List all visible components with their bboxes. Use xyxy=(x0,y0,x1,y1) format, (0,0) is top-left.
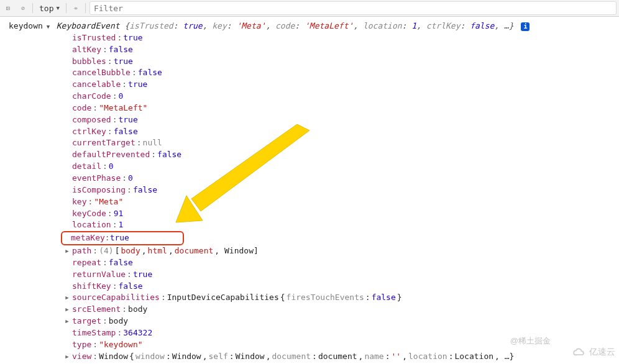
class-name: KeyboardEvent xyxy=(57,21,120,30)
property-row[interactable]: ▶sourceCapabilities: InputDeviceCapabili… xyxy=(63,292,619,304)
property-row[interactable]: altKey: false xyxy=(63,44,619,56)
property-row[interactable]: defaultPrevented: false xyxy=(63,149,619,161)
property-row[interactable]: eventPhase: 0 xyxy=(63,173,619,184)
object-tree: isTrusted: truealtKey: falsebubbles: tru… xyxy=(0,32,619,364)
clear-console-button[interactable] xyxy=(17,2,29,14)
filter-input[interactable] xyxy=(89,1,617,15)
live-expression-button[interactable] xyxy=(70,2,81,14)
watermark-yisu: 亿速云 xyxy=(572,345,615,359)
expand-caret[interactable]: ▶ xyxy=(63,353,71,361)
console-output: keydown KeyboardEvent {isTrusted: true, … xyxy=(0,17,619,364)
property-row[interactable]: shiftKey: false xyxy=(63,281,619,293)
property-row[interactable]: repeat: false xyxy=(63,257,619,269)
context-picker[interactable]: top ▼ xyxy=(37,4,62,13)
object-summary: KeyboardEvent {isTrusted: true, key: 'Me… xyxy=(57,20,530,32)
property-row[interactable]: isTrusted: true xyxy=(63,32,619,44)
object-expander[interactable] xyxy=(47,20,53,32)
clear-icon xyxy=(21,4,25,12)
property-row[interactable]: cancelable: true xyxy=(63,79,619,91)
property-row[interactable]: currentTarget: null xyxy=(63,137,619,149)
svg-line-4 xyxy=(22,7,24,9)
log-row[interactable]: keydown KeyboardEvent {isTrusted: true, … xyxy=(0,19,619,32)
panel-icon xyxy=(6,4,10,12)
property-row[interactable]: detail: 0 xyxy=(63,161,619,173)
expand-caret[interactable]: ▶ xyxy=(63,247,71,255)
watermark-xitu: @稀土掘金 xyxy=(510,335,551,347)
highlight-box: metaKey: true xyxy=(61,231,184,245)
info-icon[interactable]: i xyxy=(521,22,530,31)
expand-caret[interactable]: ▶ xyxy=(63,317,71,325)
toggle-sidebar-button[interactable] xyxy=(2,2,14,14)
eye-icon xyxy=(74,4,78,12)
property-row[interactable]: keyCode: 91 xyxy=(63,208,619,220)
property-row[interactable]: isComposing: false xyxy=(63,184,619,196)
property-row[interactable]: composed: true xyxy=(63,114,619,126)
cloud-icon xyxy=(572,345,585,359)
expand-caret[interactable]: ▶ xyxy=(63,306,71,314)
svg-marker-2 xyxy=(8,7,9,9)
property-row[interactable]: charCode: 0 xyxy=(63,91,619,102)
property-row[interactable]: ▶target: body xyxy=(63,316,619,327)
separator xyxy=(85,3,86,13)
property-row[interactable]: location: 1 xyxy=(63,219,619,231)
property-row[interactable]: code: "MetaLeft" xyxy=(63,102,619,114)
property-row[interactable]: ▶srcElement: body xyxy=(63,304,619,316)
property-row[interactable]: ▶path: (4) [body, html, document, Window… xyxy=(63,245,619,257)
context-name: top xyxy=(39,4,53,13)
property-row[interactable]: bubbles: true xyxy=(63,56,619,68)
expand-caret[interactable]: ▶ xyxy=(63,294,71,302)
property-row[interactable]: ctrlKey: false xyxy=(63,126,619,138)
property-row[interactable]: key: "Meta" xyxy=(63,196,619,208)
console-toolbar: top ▼ xyxy=(0,0,619,17)
chevron-down-icon: ▼ xyxy=(56,5,59,11)
property-row[interactable]: metaKey: true xyxy=(63,231,619,245)
separator xyxy=(32,3,33,13)
event-label: keydown xyxy=(9,20,43,32)
svg-point-5 xyxy=(75,7,76,9)
property-row[interactable]: cancelBubble: false xyxy=(63,67,619,79)
separator xyxy=(66,3,66,13)
property-row[interactable]: ▶view: Window {window: Window, self: Win… xyxy=(63,351,619,363)
property-row[interactable]: returnValue: true xyxy=(63,269,619,281)
